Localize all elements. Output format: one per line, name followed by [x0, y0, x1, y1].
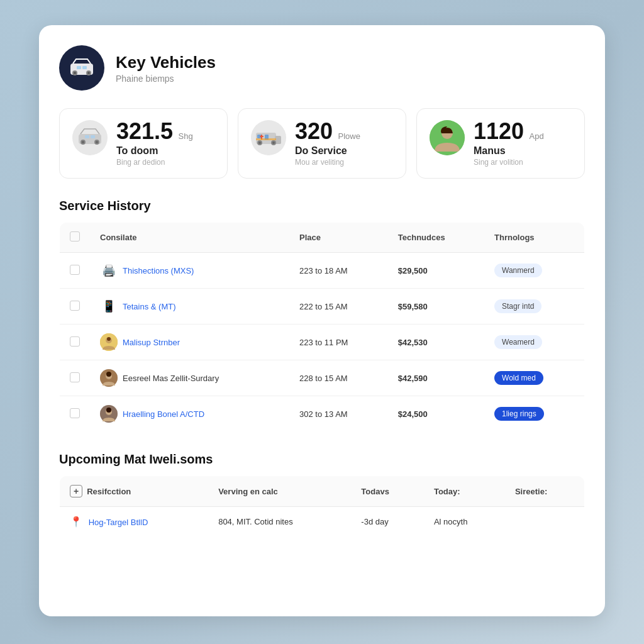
row-checkbox-cell — [60, 289, 91, 325]
car-stat-icon — [72, 120, 108, 155]
svg-point-4 — [87, 72, 90, 74]
add-icon[interactable]: + — [70, 485, 82, 497]
stat-icon-2 — [251, 120, 286, 155]
row-2-badge: Stagr intd — [494, 299, 541, 313]
upcoming-row-1-name-cell: 📍 Hog-Targel BtllD — [60, 507, 209, 537]
stat-card-2: 320 Plowe Do Service Mou ar veliting — [238, 108, 406, 179]
upcoming-th-4: Today: — [424, 476, 505, 507]
upcoming-row-1-col5 — [505, 507, 585, 537]
stat-label-3: Manus — [474, 145, 544, 157]
row-4-avatar — [100, 369, 118, 387]
row-1-badge-cell: Wanmerd — [484, 253, 584, 289]
upcoming-th-2: Verving en calc — [208, 476, 351, 507]
row-5-name-link[interactable]: Hraelling Bonel A/CTD — [123, 409, 204, 419]
stat-label-2: Do Service — [295, 145, 360, 157]
row-3-amount: $42,530 — [388, 325, 484, 360]
row-2-icon: 📱 — [100, 297, 118, 315]
row-1-amount: $29,500 — [388, 253, 484, 289]
svg-point-31 — [107, 337, 111, 341]
svg-point-23 — [272, 142, 275, 144]
row-4-badge-cell: Wold med — [484, 360, 584, 396]
main-card: Key Vehicles Phaine biemps — [39, 25, 605, 616]
th-consilate: Consilate — [90, 223, 289, 253]
row-4-name-cell: Eesreel Mas Zellit-Surdary — [90, 360, 289, 396]
th-checkbox — [60, 223, 91, 253]
car-logo-icon — [68, 54, 96, 82]
header-checkbox[interactable] — [70, 231, 80, 242]
svg-rect-25 — [260, 136, 264, 137]
header: Key Vehicles Phaine biemps — [59, 45, 585, 91]
row-4-name-static: Eesreel Mas Zellit-Surdary — [123, 374, 219, 383]
app-title: Key Vehicles — [116, 53, 216, 72]
row-2-place: 222 to 15 AM — [289, 289, 388, 325]
row-5-name-cell: Hraelling Bonel A/CTD — [90, 396, 289, 432]
row-4-amount: $42,590 — [388, 360, 484, 396]
row-2-checkbox[interactable] — [70, 301, 80, 311]
stat-card-1: 321.5 Shg To doom Bing ar dedion — [59, 108, 228, 179]
row-1-checkbox[interactable] — [70, 265, 80, 275]
row-3-checkbox[interactable] — [70, 336, 80, 347]
row-checkbox-cell — [60, 396, 91, 432]
location-icon: 📍 — [70, 516, 82, 527]
stat-body-2: 320 Plowe Do Service Mou ar veliting — [295, 120, 360, 167]
service-history-title: Service History — [59, 199, 585, 213]
row-5-avatar — [100, 405, 118, 423]
th-thrnologs: Thrnologs — [484, 223, 584, 253]
row-2-amount: $59,580 — [388, 289, 484, 325]
upcoming-table: + Resifcction Verving en calc Todavs Tod… — [59, 475, 585, 537]
table-row: Hraelling Bonel A/CTD 302 to 13 AM $24,5… — [60, 396, 585, 432]
upcoming-title: Upcoming Mat Iweli.soms — [59, 452, 585, 467]
stat-body-3: 1120 Apd Manus Sing ar volition — [474, 120, 544, 167]
row-3-avatar-icon — [100, 333, 118, 351]
th-technudces: Technudces — [388, 223, 484, 253]
upcoming-th-5: Sireetie: — [505, 476, 585, 507]
th-place: Place — [289, 223, 388, 253]
upcoming-row-1-col4: Al nocyth — [424, 507, 505, 537]
upcoming-row: 📍 Hog-Targel BtllD 804, MIT. Cotid nites… — [60, 507, 585, 537]
row-4-checkbox[interactable] — [70, 372, 80, 382]
row-3-name-link[interactable]: Malisup Strnber — [123, 338, 180, 347]
svg-rect-26 — [256, 138, 276, 140]
stats-row: 321.5 Shg To doom Bing ar dedion — [59, 108, 585, 179]
table-row: Eesreel Mas Zellit-Surdary 228 to 15 AM … — [60, 360, 585, 396]
row-4-avatar-icon — [100, 369, 118, 387]
svg-point-34 — [106, 372, 111, 377]
svg-rect-13 — [85, 135, 89, 138]
row-5-avatar-icon — [100, 405, 118, 423]
service-history-table: Consilate Place Technudces Thrnologs 🖨️ … — [59, 222, 585, 432]
upcoming-th-3: Todavs — [351, 476, 424, 507]
row-4-badge: Wold med — [494, 371, 543, 385]
app-subtitle: Phaine biemps — [116, 74, 216, 84]
stat-body-1: 321.5 Shg To doom Bing ar dedion — [116, 120, 193, 167]
row-3-badge-cell: Weamerd — [484, 325, 584, 360]
row-1-place: 223 to 18 AM — [289, 253, 388, 289]
stat-icon-1 — [72, 120, 108, 155]
row-5-place: 302 to 13 AM — [289, 396, 388, 432]
row-2-name-link[interactable]: Tetains & (MT) — [123, 302, 176, 311]
row-5-badge-cell: 1lieg rings — [484, 396, 584, 432]
row-1-name-link[interactable]: Thishections (MXS) — [123, 266, 194, 275]
stat-label-1: To doom — [116, 145, 193, 157]
stat-sublabel-1: Bing ar dedion — [116, 158, 193, 167]
svg-rect-14 — [91, 135, 95, 138]
row-2-badge-cell: Stagr intd — [484, 289, 584, 325]
stat-card-3: 1120 Apd Manus Sing ar volition — [416, 108, 585, 179]
row-5-checkbox[interactable] — [70, 408, 80, 418]
row-2-name-cell: 📱 Tetains & (MT) — [90, 289, 289, 325]
table-row: Malisup Strnber 223 to 11 PM $42,530 Wea… — [60, 325, 585, 360]
svg-rect-6 — [82, 66, 87, 69]
upcoming-row-1-link[interactable]: Hog-Targel BtllD — [89, 518, 148, 527]
svg-point-3 — [74, 72, 76, 74]
row-3-avatar — [100, 333, 118, 351]
person-avatar — [430, 120, 465, 155]
svg-point-12 — [96, 141, 98, 143]
stat-number-2: 320 Plowe — [295, 120, 360, 143]
row-3-place: 223 to 11 PM — [289, 325, 388, 360]
row-checkbox-cell — [60, 360, 91, 396]
stat-sublabel-3: Sing ar volition — [474, 158, 544, 167]
row-3-name-cell: Malisup Strnber — [90, 325, 289, 360]
row-4-place: 228 to 15 AM — [289, 360, 388, 396]
row-5-amount: $24,500 — [388, 396, 484, 432]
row-5-badge: 1lieg rings — [494, 407, 544, 421]
stat-number-1: 321.5 Shg — [116, 120, 193, 143]
